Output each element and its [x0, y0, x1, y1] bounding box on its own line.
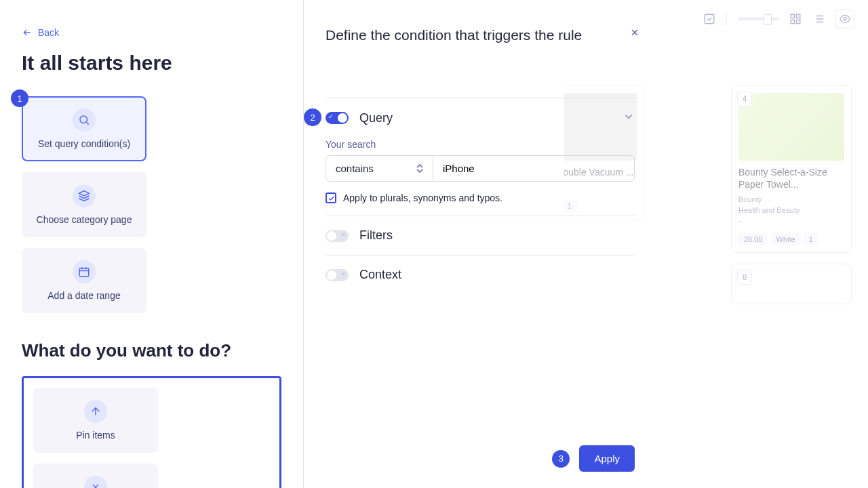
query-section-title: Query — [359, 111, 612, 125]
product-card: 8 — [731, 264, 852, 304]
tag: 1 — [804, 233, 818, 245]
svg-rect-3 — [791, 14, 794, 18]
layers-icon — [73, 184, 96, 207]
arrow-up-icon — [84, 400, 107, 423]
query-toggle[interactable] — [326, 112, 349, 124]
svg-rect-2 — [705, 14, 714, 24]
product-category: Health and Beauty — [738, 205, 844, 216]
actions-group: Pin items Hide items Boost categories Bu… — [22, 376, 281, 488]
card-category[interactable]: Choose category page — [22, 172, 146, 237]
zoom-slider[interactable] — [738, 18, 778, 20]
tag: 28.00 — [738, 233, 768, 245]
svg-point-0 — [80, 116, 87, 123]
card-label: Choose category page — [37, 214, 132, 225]
action-pin-items[interactable]: Pin items — [33, 388, 158, 453]
svg-rect-1 — [79, 268, 89, 277]
card-label: Set query condition(s) — [38, 138, 130, 149]
arrow-left-icon — [22, 27, 33, 38]
product-dash: - — [738, 216, 844, 226]
step-badge-2: 2 — [304, 108, 321, 126]
context-section-title: Context — [359, 268, 635, 282]
back-button[interactable]: Back — [22, 27, 281, 38]
plurals-label: Apply to plurals, synonyms and typos. — [343, 192, 502, 203]
heading-what-to-do: What do you want to do? — [22, 340, 281, 361]
card-date-range[interactable]: Add a date range — [22, 248, 146, 313]
grid-icon — [789, 13, 802, 25]
panel-title: Define the condition that triggers the r… — [326, 27, 635, 43]
query-input[interactable] — [433, 156, 634, 181]
close-icon — [629, 27, 640, 38]
collapse-query[interactable] — [623, 110, 635, 125]
card-label: Pin items — [76, 430, 115, 441]
eye-button[interactable] — [835, 9, 854, 28]
close-button[interactable] — [629, 27, 640, 41]
product-brand: Bounty — [738, 195, 844, 205]
product-card: 4 Bounty Select-a-Size Paper Towel... Bo… — [731, 85, 852, 253]
chevron-down-icon — [623, 110, 635, 123]
filters-toggle[interactable] — [326, 230, 349, 242]
svg-point-7 — [844, 18, 846, 20]
context-toggle[interactable] — [326, 269, 349, 281]
close-icon — [84, 476, 107, 488]
stepper-icon — [416, 164, 423, 173]
svg-rect-6 — [797, 20, 800, 24]
product-title: Bounty Select-a-Size Paper Towel... — [738, 166, 844, 190]
rank-badge: 4 — [737, 92, 752, 106]
action-hide-items[interactable]: Hide items — [33, 464, 158, 488]
list-icon — [812, 13, 825, 25]
heading-starts-here: It all starts here — [22, 52, 281, 75]
plurals-checkbox[interactable] — [326, 192, 336, 203]
operator-select[interactable]: contains — [326, 156, 433, 181]
svg-rect-4 — [797, 14, 800, 18]
search-icon — [73, 108, 96, 131]
svg-rect-5 — [791, 20, 794, 24]
step-badge-1: 1 — [11, 89, 28, 107]
filters-section-title: Filters — [359, 228, 635, 243]
card-label: Add a date range — [47, 290, 120, 301]
tag: White — [771, 233, 801, 245]
check-icon — [328, 195, 335, 202]
card-set-query[interactable]: Set query condition(s) — [22, 96, 146, 161]
operator-value: contains — [336, 163, 374, 174]
rank-badge: 8 — [737, 270, 752, 285]
step-badge-3: 3 — [552, 450, 570, 468]
eye-icon — [840, 14, 850, 24]
search-label: Your search — [326, 139, 635, 150]
calendar-icon — [73, 260, 96, 283]
back-label: Back — [38, 27, 59, 38]
checkbox-icon — [703, 13, 715, 25]
apply-button[interactable]: Apply — [579, 445, 635, 472]
